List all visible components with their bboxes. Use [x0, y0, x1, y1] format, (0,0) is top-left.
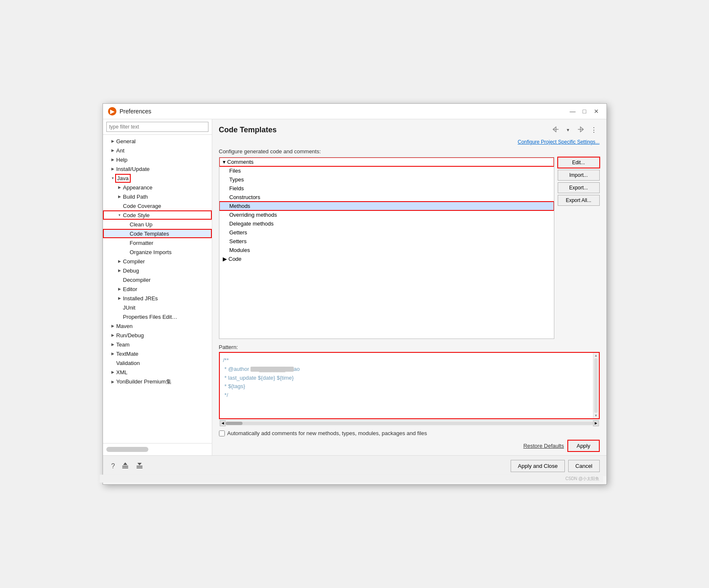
- pattern-vertical-scrollbar[interactable]: ▲ ▼: [593, 353, 599, 418]
- export-prefs-button[interactable]: [120, 461, 131, 472]
- apply-and-close-button[interactable]: Apply and Close: [511, 460, 565, 472]
- sidebar-item-junit[interactable]: JUnit: [103, 303, 212, 312]
- template-item-delegate-methods[interactable]: Delegate methods: [219, 219, 554, 228]
- sidebar-item-debug[interactable]: ▶ Debug: [103, 266, 212, 275]
- template-buttons-col: Edit... Import... Export... Export All..…: [558, 157, 600, 339]
- expand-arrow-compiler: ▶: [116, 258, 123, 265]
- sidebar-item-label-java: Java: [116, 175, 129, 181]
- sidebar-item-editor[interactable]: ▶ Editor: [103, 284, 212, 294]
- expand-arrow-ant: ▶: [110, 147, 116, 154]
- template-item-label-constructors: Constructors: [229, 194, 261, 200]
- sidebar-item-appearance[interactable]: ▶ Appearance: [103, 183, 212, 192]
- expand-arrow-build-path: ▶: [116, 193, 123, 200]
- template-item-setters[interactable]: Setters: [219, 237, 554, 246]
- sidebar-item-clean-up[interactable]: Clean Up: [103, 220, 212, 229]
- sidebar-item-yonbuilder[interactable]: ▶ YonBuilder Premium集: [103, 377, 212, 387]
- sidebar-item-organize-imports[interactable]: Organize Imports: [103, 247, 212, 257]
- template-item-getters[interactable]: Getters: [219, 228, 554, 237]
- template-item-label-modules: Modules: [229, 247, 250, 253]
- sidebar-item-java[interactable]: ▾ Java: [103, 173, 212, 183]
- sidebar-item-compiler[interactable]: ▶ Compiler: [103, 257, 212, 266]
- sidebar-item-label-properties: Properties Files Edit…: [123, 314, 177, 320]
- sidebar-item-formatter[interactable]: Formatter: [103, 238, 212, 247]
- blurred-name: ████████: [250, 367, 293, 372]
- sidebar-item-xml[interactable]: ▶ XML: [103, 368, 212, 377]
- sidebar-item-team[interactable]: ▶ Team: [103, 340, 212, 349]
- expand-arrow-yonbuilder: ▶: [110, 378, 116, 385]
- sidebar-item-code-coverage[interactable]: Code Coverage: [103, 201, 212, 210]
- sidebar-item-code-templates[interactable]: Code Templates: [103, 229, 212, 238]
- auto-comment-checkbox[interactable]: [219, 430, 225, 436]
- help-button[interactable]: ?: [110, 462, 117, 471]
- code-line-1: /**: [223, 356, 596, 365]
- close-button[interactable]: ✕: [591, 106, 601, 116]
- svg-rect-4: [122, 466, 128, 467]
- config-description: Configure generated code and comments:: [219, 148, 600, 155]
- scroll-down-arrow[interactable]: ▼: [594, 414, 598, 418]
- sidebar-item-general[interactable]: ▶ General: [103, 136, 212, 146]
- code-line-4: * ${tags}: [223, 382, 596, 391]
- expand-arrow-textmate: ▶: [110, 350, 116, 357]
- scroll-right-button[interactable]: ▶: [593, 420, 599, 426]
- scroll-left-button[interactable]: ◀: [220, 420, 226, 426]
- panel-header: Code Templates ▼: [212, 119, 606, 139]
- sidebar-item-run-debug[interactable]: ▶ Run/Debug: [103, 331, 212, 340]
- sidebar-item-help[interactable]: ▶ Help: [103, 155, 212, 164]
- sidebar-item-maven[interactable]: ▶ Maven: [103, 321, 212, 331]
- sidebar-item-decompiler[interactable]: Decompiler: [103, 275, 212, 284]
- main-content: ▶ General ▶ Ant ▶ Help ▶ Install/Update: [103, 119, 606, 455]
- cancel-button[interactable]: Cancel: [568, 460, 599, 472]
- sidebar-item-label-xml: XML: [116, 369, 128, 375]
- sidebar-item-build-path[interactable]: ▶ Build Path: [103, 192, 212, 201]
- sidebar-item-textmate[interactable]: ▶ TextMate: [103, 349, 212, 358]
- template-item-fields[interactable]: Fields: [219, 184, 554, 193]
- sidebar-item-install-update[interactable]: ▶ Install/Update: [103, 164, 212, 173]
- sidebar-item-label-appearance: Appearance: [123, 184, 153, 191]
- more-options-button[interactable]: ⋮: [588, 124, 600, 136]
- edit-button[interactable]: Edit...: [558, 157, 600, 168]
- svg-marker-6: [123, 462, 127, 465]
- maximize-button[interactable]: □: [580, 106, 590, 116]
- toolbar-dropdown-button[interactable]: ▼: [564, 126, 573, 134]
- template-item-overriding-methods[interactable]: Overriding methods: [219, 210, 554, 219]
- template-item-methods[interactable]: Methods: [219, 202, 554, 210]
- sidebar-item-label-maven: Maven: [116, 323, 133, 329]
- svg-rect-5: [122, 467, 128, 468]
- template-item-constructors[interactable]: Constructors: [219, 193, 554, 202]
- sidebar-scrollbar[interactable]: [106, 447, 148, 452]
- svg-rect-8: [137, 467, 142, 468]
- sidebar-item-label-textmate: TextMate: [116, 351, 139, 357]
- export-all-button[interactable]: Export All...: [558, 195, 600, 206]
- configure-project-link[interactable]: Configure Project Specific Settings...: [219, 139, 600, 145]
- template-item-modules[interactable]: Modules: [219, 246, 554, 255]
- sidebar-item-code-style[interactable]: ▾ Code Style: [103, 210, 212, 220]
- import-button[interactable]: Import...: [558, 170, 600, 181]
- scroll-up-arrow[interactable]: ▲: [594, 353, 598, 357]
- expand-arrow-maven: ▶: [110, 323, 116, 329]
- scroll-track: [594, 358, 598, 413]
- template-item-code[interactable]: ▶ Code: [219, 255, 554, 263]
- template-item-files[interactable]: Files: [219, 166, 554, 175]
- export-button[interactable]: Export...: [558, 182, 600, 193]
- template-item-label-setters: Setters: [229, 238, 247, 244]
- search-input[interactable]: [106, 122, 208, 132]
- expand-arrow-code-style: ▾: [116, 212, 123, 218]
- pattern-editor[interactable]: /** * @author ████████ao * last_update $…: [219, 352, 600, 419]
- h-scroll-track[interactable]: [226, 422, 593, 425]
- forward-button[interactable]: [575, 125, 586, 136]
- sidebar-item-label-clean-up: Clean Up: [130, 221, 153, 228]
- sidebar-item-installed-jres[interactable]: ▶ Installed JREs: [103, 294, 212, 303]
- template-item-comments[interactable]: ▾ Comments: [219, 158, 554, 166]
- restore-defaults-button[interactable]: Restore Defaults: [523, 443, 564, 449]
- template-item-types[interactable]: Types: [219, 175, 554, 184]
- back-button[interactable]: [550, 125, 562, 136]
- sidebar-item-validation[interactable]: Validation: [103, 358, 212, 368]
- template-item-label-fields: Fields: [229, 185, 244, 192]
- sidebar-item-ant[interactable]: ▶ Ant: [103, 146, 212, 155]
- import-prefs-button[interactable]: [134, 461, 145, 472]
- apply-button[interactable]: Apply: [567, 440, 600, 452]
- sidebar-item-properties-files-editor[interactable]: Properties Files Edit…: [103, 312, 212, 321]
- template-item-label-files: Files: [229, 168, 241, 174]
- template-tree-panel: ▾ Comments Files Types Fiel: [219, 157, 554, 339]
- minimize-button[interactable]: —: [568, 106, 578, 116]
